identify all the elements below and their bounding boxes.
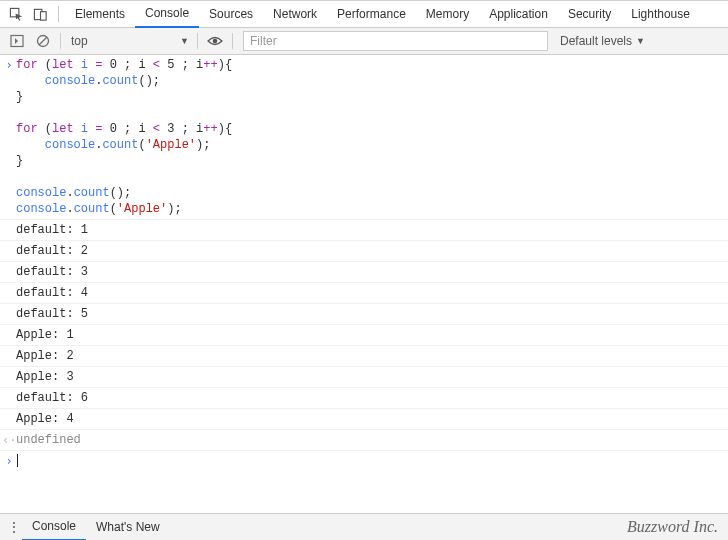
console-log-text: default: 3 xyxy=(16,264,728,280)
console-sidebar-toggle-icon[interactable] xyxy=(4,28,30,54)
execution-context-label: top xyxy=(71,34,88,48)
console-log-entry: Apple: 4 xyxy=(0,409,728,430)
console-log-entry: Apple: 2 xyxy=(0,346,728,367)
live-expression-icon[interactable] xyxy=(202,35,228,47)
input-chevron-icon: › xyxy=(2,453,16,469)
tabstrip-divider xyxy=(58,6,59,22)
console-log-entry: default: 1 xyxy=(0,220,728,241)
console-log-entry: default: 2 xyxy=(0,241,728,262)
toolbar-divider xyxy=(60,33,61,49)
clear-console-icon[interactable] xyxy=(30,28,56,54)
tab-sources[interactable]: Sources xyxy=(199,1,263,28)
log-levels-label: Default levels xyxy=(560,34,632,48)
console-log-text: Apple: 3 xyxy=(16,369,728,385)
tab-elements[interactable]: Elements xyxy=(65,1,135,28)
console-log-entry: Apple: 3 xyxy=(0,367,728,388)
device-toolbar-icon[interactable] xyxy=(28,1,52,27)
console-log-entry: default: 6 xyxy=(0,388,728,409)
drawer-menu-icon[interactable]: ⋮ xyxy=(6,519,22,535)
console-log-entry: default: 4 xyxy=(0,283,728,304)
svg-point-6 xyxy=(213,39,218,44)
tab-network[interactable]: Network xyxy=(263,1,327,28)
brand-label: Buzzword Inc. xyxy=(627,518,718,536)
console-filter-input[interactable] xyxy=(243,31,548,51)
console-toolbar: top ▼ Default levels ▼ xyxy=(0,28,728,55)
console-log-entry: default: 3 xyxy=(0,262,728,283)
toolbar-divider xyxy=(197,33,198,49)
toolbar-divider xyxy=(232,33,233,49)
tab-security[interactable]: Security xyxy=(558,1,621,28)
tab-memory[interactable]: Memory xyxy=(416,1,479,28)
tab-application[interactable]: Application xyxy=(479,1,558,28)
input-chevron-icon: › xyxy=(2,57,16,73)
console-log-entry: Apple: 1 xyxy=(0,325,728,346)
console-log-entry: default: 5 xyxy=(0,304,728,325)
tab-performance[interactable]: Performance xyxy=(327,1,416,28)
dropdown-triangle-icon: ▼ xyxy=(180,36,189,46)
output-chevron-icon: ‹· xyxy=(2,432,16,448)
console-log-text: Apple: 2 xyxy=(16,348,728,364)
console-prompt-caret xyxy=(16,453,728,469)
drawer-tab-whatsnew[interactable]: What's New xyxy=(86,514,170,541)
console-log-text: default: 6 xyxy=(16,390,728,406)
console-prompt[interactable]: › xyxy=(0,451,728,471)
svg-line-5 xyxy=(39,37,47,45)
console-return-entry: ‹· undefined xyxy=(0,430,728,451)
console-log-text: Apple: 1 xyxy=(16,327,728,343)
console-return-value: undefined xyxy=(16,432,728,448)
devtools-drawer: ⋮ Console What's New Buzzword Inc. xyxy=(0,513,728,540)
dropdown-triangle-icon: ▼ xyxy=(636,36,645,46)
console-messages: › for (let i = 0 ; i < 5 ; i++){ console… xyxy=(0,55,728,513)
console-log-text: default: 4 xyxy=(16,285,728,301)
console-log-text: Apple: 4 xyxy=(16,411,728,427)
tab-console[interactable]: Console xyxy=(135,1,199,28)
svg-rect-2 xyxy=(40,11,46,19)
console-log-text: default: 2 xyxy=(16,243,728,259)
console-input-entry[interactable]: › for (let i = 0 ; i < 5 ; i++){ console… xyxy=(0,55,728,220)
drawer-tab-console[interactable]: Console xyxy=(22,514,86,541)
console-log-text: default: 5 xyxy=(16,306,728,322)
log-levels-select[interactable]: Default levels ▼ xyxy=(554,34,651,48)
tab-lighthouse[interactable]: Lighthouse xyxy=(621,1,700,28)
devtools-window: Elements Console Sources Network Perform… xyxy=(0,0,728,540)
devtools-tabstrip: Elements Console Sources Network Perform… xyxy=(0,1,728,28)
inspect-element-icon[interactable] xyxy=(4,1,28,27)
execution-context-select[interactable]: top ▼ xyxy=(65,31,193,51)
console-log-text: default: 1 xyxy=(16,222,728,238)
console-input-code: for (let i = 0 ; i < 5 ; i++){ console.c… xyxy=(16,57,728,217)
